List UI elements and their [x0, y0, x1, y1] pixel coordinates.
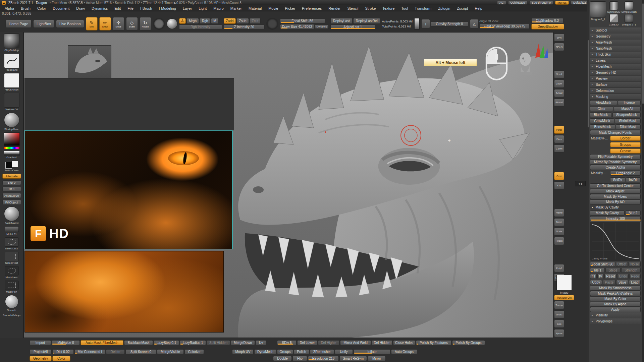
transform[interactable]: Transform: [412, 5, 435, 11]
i-brush[interactable]: I-Brush: [137, 5, 155, 11]
zsub-button[interactable]: Zsub: [236, 18, 249, 24]
mergevisible[interactable]: MergeVisible: [157, 349, 184, 354]
masking-section-header[interactable]: Masking: [590, 94, 641, 100]
gravity-strength-slider[interactable]: Gravity Strength 0: [431, 21, 468, 26]
auto-mask-fibermesh[interactable]: Auto Mask FiberMesh: [80, 340, 123, 345]
polygroups-section[interactable]: Polygroups: [590, 318, 641, 324]
see-through-slider[interactable]: See-through 0: [529, 1, 553, 5]
dragon2-thumb[interactable]: [625, 14, 633, 23]
file[interactable]: File: [124, 5, 137, 11]
mask-lasso-tool[interactable]: MaskLass: [5, 266, 19, 279]
color[interactable]: Color: [52, 356, 70, 361]
invdir[interactable]: InvDir: [626, 177, 641, 182]
unify[interactable]: Unify: [335, 349, 353, 354]
simplebrush-tool-card[interactable]: SimpleBrush: [622, 1, 637, 13]
startup-material-icon[interactable]: [4, 113, 19, 127]
min-connected-f[interactable]: Min Connected f: [74, 349, 105, 354]
crease[interactable]: Crease: [610, 148, 641, 154]
mirror-by-posable-symmetry[interactable]: Mirror By Posable Symmetry: [590, 160, 641, 165]
fh[interactable]: fH: [590, 274, 597, 279]
sharpenmask[interactable]: SharpenMask: [612, 112, 641, 117]
colorize[interactable]: Colorize: [184, 349, 204, 354]
inflate[interactable]: Inflate: [354, 349, 390, 354]
blur-slider[interactable]: Blur 0: [2, 180, 21, 185]
double[interactable]: Double: [273, 356, 292, 361]
cube3d-thumb[interactable]: [609, 14, 618, 23]
active-tool-card[interactable]: Dragon-2_1: [590, 1, 606, 26]
geometry[interactable]: Geometry: [30, 356, 52, 361]
cube3d-tool-card[interactable]: Cube3D: [607, 14, 621, 26]
fill-object-button[interactable]: FillObject: [2, 200, 21, 205]
dragon-tool-thumb-large[interactable]: [590, 1, 606, 17]
l-sym[interactable]: L.Sym: [554, 144, 564, 153]
bpr[interactable]: BPR: [554, 34, 564, 42]
layer[interactable]: Layer: [179, 5, 196, 11]
polyf[interactable]: PolyF: [554, 264, 564, 272]
import[interactable]: Import: [30, 340, 51, 345]
mask-changed-points[interactable]: Mask Changed Points: [590, 130, 641, 135]
groups[interactable]: Groups: [277, 349, 293, 354]
edit-button[interactable]: ✎ Edit: [86, 17, 98, 31]
groups[interactable]: Groups: [610, 142, 641, 147]
del-hidden[interactable]: Del Hidden: [372, 340, 392, 345]
panel-scrollbar[interactable]: [642, 0, 644, 362]
texture-image-swatch[interactable]: [556, 275, 572, 290]
thick-skin-section[interactable]: Thick Skin: [590, 52, 641, 57]
replay-last-rel-button[interactable]: ReplayLastRel: [353, 18, 380, 24]
draw-button[interactable]: ✏ Draw: [99, 17, 111, 31]
draw-size-slider[interactable]: Draw Size 41.42062: [280, 24, 314, 29]
geometry-hd-section[interactable]: Geometry HD: [590, 70, 641, 75]
auto-groups[interactable]: Auto Groups: [391, 349, 417, 354]
resolution-216[interactable]: Resolution 216: [308, 356, 339, 361]
mask-by-cavity-section[interactable]: Mask By Cavity: [590, 205, 641, 210]
brush-selector[interactable]: ClayBuildup: [4, 34, 19, 52]
stroke[interactable]: Stroke: [362, 5, 379, 11]
focal-curve-icon[interactable]: [266, 18, 278, 30]
deformation-section[interactable]: Deformation: [590, 88, 641, 94]
create-alpha[interactable]: Create Alpha: [590, 165, 641, 170]
spix-3[interactable]: SPix 3: [554, 43, 564, 51]
mask-by-smoothness[interactable]: Mask By Smoothness: [590, 286, 641, 291]
scale[interactable]: Scale: [554, 228, 564, 236]
move-button[interactable]: ✛ Move: [113, 17, 124, 31]
mirror[interactable]: Mirror: [368, 356, 386, 361]
xyz[interactable]: XYZ: [554, 181, 564, 189]
alpha-selector[interactable]: ~BrushAlph: [4, 73, 19, 91]
mergedown[interactable]: MergeDown: [231, 340, 255, 345]
move[interactable]: Move: [554, 218, 564, 226]
i-modeling[interactable]: I-Modeling: [155, 5, 179, 11]
light[interactable]: Light: [195, 5, 210, 11]
dynamic-toggle[interactable]: Dynamic: [315, 24, 329, 29]
rgb-button[interactable]: Rgb: [200, 18, 210, 24]
alpha[interactable]: Alpha: [1, 5, 17, 11]
menus-button[interactable]: Menus: [555, 1, 569, 5]
quicksave-button[interactable]: QuickSave: [508, 1, 528, 5]
picker[interactable]: Picker: [281, 5, 299, 11]
actual[interactable]: Actual: [554, 89, 564, 97]
saturation-value-picker[interactable]: [4, 132, 20, 146]
live-boolean-button[interactable]: Live Boolean: [56, 20, 84, 28]
aahalf[interactable]: AAHalf: [554, 99, 564, 107]
macro[interactable]: Macro: [210, 5, 227, 11]
subtool-section[interactable]: Subtool: [590, 27, 641, 33]
mirror-and-weld[interactable]: Mirror And Weld: [340, 340, 371, 345]
boostmask[interactable]: BoostMask: [590, 124, 615, 129]
select-lasso-icon[interactable]: [5, 237, 19, 247]
lazystep-0-1[interactable]: LazyStep 0.1: [154, 340, 179, 345]
mask-by-cavity[interactable]: Mask By Cavity: [590, 210, 625, 216]
shrinkmask[interactable]: ShrinkMask: [615, 118, 641, 123]
select-rect-icon[interactable]: [5, 252, 19, 261]
split-screen-0[interactable]: Split Screen 0: [125, 349, 156, 354]
growmask[interactable]: GrowMask: [590, 118, 614, 123]
color[interactable]: Color: [34, 5, 49, 11]
save[interactable]: Save: [616, 280, 628, 285]
cylinder3d-tool-card[interactable]: Cylinder3D: [607, 1, 621, 13]
dilutemask[interactable]: DiluteMask: [616, 124, 641, 129]
material-selector[interactable]: StartupMate: [4, 113, 19, 131]
apply[interactable]: Apply: [590, 307, 641, 312]
reset[interactable]: Reset: [604, 274, 616, 279]
preferences[interactable]: Preferences: [299, 5, 325, 11]
focal-shift-slider[interactable]: Focal Shift -56: [280, 18, 325, 23]
color-picker[interactable]: [4, 132, 20, 149]
color-swatches[interactable]: [4, 161, 19, 169]
